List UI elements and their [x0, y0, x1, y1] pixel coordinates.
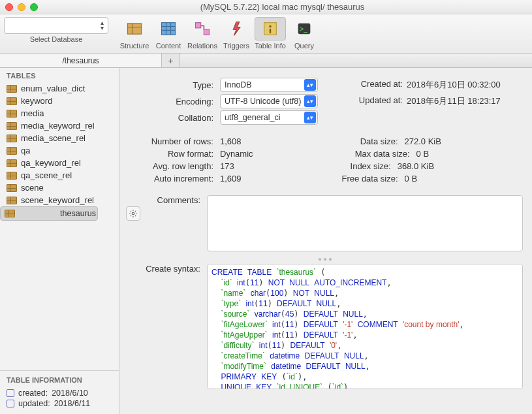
freedata-value: 0 B [405, 174, 418, 183]
relations-icon [193, 20, 211, 38]
close-window-button[interactable] [5, 3, 13, 11]
table-name: scene [21, 183, 44, 193]
relations-button[interactable] [187, 17, 218, 40]
query-icon: >_ [295, 20, 313, 38]
content-button[interactable] [153, 17, 184, 40]
database-popup[interactable]: ▴▾ [4, 17, 108, 34]
table-info-label: Table Info [255, 42, 286, 50]
table-row-qa_scene_rel[interactable]: qa_scene_rel [0, 169, 119, 182]
freedata-label: Free data size: [242, 174, 405, 183]
svg-rect-0 [128, 24, 142, 34]
query-label: Query [294, 42, 314, 50]
table-row-media_keyword_rel[interactable]: media_keyword_rel [0, 119, 119, 132]
comments-label: Comments: [129, 195, 207, 251]
gear-button[interactable] [126, 206, 140, 221]
table-icon [7, 97, 17, 105]
table-name: media_keyword_rel [21, 121, 95, 131]
database-popup-label: Select Database [30, 35, 83, 43]
table-name: thesaurus [60, 209, 96, 218]
svg-rect-13 [270, 29, 271, 33]
table-row-media_scene_rel[interactable]: media_scene_rel [0, 132, 119, 144]
table-row-scene_keyword_rel[interactable]: scene_keyword_rel [0, 194, 119, 206]
structure-label: Structure [120, 42, 149, 50]
database-selector-group: ▴▾ Select Database [4, 17, 108, 43]
table-row-enum_value_dict[interactable]: enum_value_dict [0, 82, 119, 95]
table-icon [7, 122, 17, 130]
table-info-header: TABLE INFORMATION [7, 376, 112, 384]
tab-thesaurus[interactable]: /thesaurus [0, 54, 162, 67]
sidebar: TABLES enum_value_dictkeywordmediamedia_… [0, 68, 119, 414]
tab-bar: /thesaurus + [0, 54, 532, 68]
tables-list[interactable]: enum_value_dictkeywordmediamedia_keyword… [0, 82, 119, 370]
maxdata-label: Max data size: [253, 149, 416, 159]
table-row-qa_keyword_rel[interactable]: qa_keyword_rel [0, 157, 119, 169]
table-icon [7, 197, 17, 204]
chevron-updown-icon: ▴▾ [101, 20, 104, 31]
autoinc-label: Auto increment: [129, 174, 220, 183]
minimize-window-button[interactable] [18, 3, 25, 11]
created-at-label: Created at: [344, 79, 403, 91]
table-icon [7, 110, 17, 118]
collation-label: Collation: [129, 113, 220, 123]
table-icon [7, 85, 17, 93]
create-syntax-box[interactable]: CREATE TABLE `thesaurus` ( `id` int(11) … [207, 264, 523, 389]
table-info-button[interactable] [255, 17, 286, 40]
table-name: scene_keyword_rel [21, 195, 94, 205]
info-created-label: created: [18, 389, 48, 398]
encoding-select[interactable]: UTF-8 Unicode (utf8) ▴▾ [220, 94, 318, 108]
svg-point-12 [269, 25, 272, 28]
comments-textarea[interactable] [207, 195, 523, 251]
collation-value: utf8_general_ci [225, 113, 280, 122]
info-created-row: created: 2018/6/10 [7, 388, 112, 398]
type-value: InnoDB [225, 80, 252, 89]
create-syntax-label: Create syntax: [129, 264, 207, 389]
created-at-value: 2018年6月10日 00:32:00 [407, 79, 501, 91]
datasize-value: 272.0 KiB [405, 136, 441, 146]
svg-marker-10 [233, 22, 240, 36]
drag-handle-icon[interactable]: ●●● [129, 255, 523, 263]
autoinc-value: 1,609 [220, 174, 242, 183]
add-tab-button[interactable]: + [162, 54, 180, 67]
indexsize-label: Index size: [234, 161, 398, 171]
relations-label: Relations [187, 42, 217, 50]
table-row-scene[interactable]: scene [0, 182, 119, 194]
triggers-button[interactable] [221, 17, 252, 40]
table-icon [7, 159, 17, 167]
table-icon [7, 184, 17, 192]
format-value: Dynamic [220, 149, 253, 159]
window-titlebar: (MySQL 5.7.22) local mac mysql/ thesauru… [0, 0, 532, 14]
structure-button[interactable] [119, 17, 150, 40]
avglen-value: 173 [220, 161, 234, 171]
format-label: Row format: [129, 149, 220, 159]
indexsize-value: 368.0 KiB [398, 161, 434, 171]
datasize-label: Data size: [242, 136, 405, 146]
table-icon [7, 135, 17, 142]
content-icon [159, 20, 178, 38]
collation-select[interactable]: utf8_general_ci ▴▾ [220, 110, 318, 125]
info-updated-label: updated: [18, 399, 50, 408]
type-select[interactable]: InnoDB ▴▾ [220, 78, 318, 92]
table-row-thesaurus[interactable]: thesaurus [0, 206, 98, 221]
clock-icon [7, 400, 14, 407]
structure-icon [125, 20, 144, 38]
chevron-updown-icon: ▴▾ [304, 79, 316, 91]
table-icon [5, 210, 15, 217]
rows-value: 1,608 [220, 136, 242, 146]
query-button[interactable]: >_ [289, 17, 320, 40]
svg-text:>_: >_ [300, 25, 307, 33]
info-created-value: 2018/6/10 [52, 389, 88, 398]
table-name: media [21, 108, 44, 118]
content-label: Content [156, 42, 181, 50]
chevron-updown-icon: ▴▾ [304, 95, 316, 107]
zoom-window-button[interactable] [30, 3, 38, 11]
table-name: media_scene_rel [21, 133, 86, 143]
table-row-media[interactable]: media [0, 107, 119, 119]
table-name: enum_value_dict [21, 84, 85, 93]
rows-label: Number of rows: [129, 136, 220, 146]
tab-label: /thesaurus [62, 56, 99, 65]
table-row-qa[interactable]: qa [0, 144, 119, 157]
svg-rect-8 [196, 23, 201, 28]
gear-icon [129, 209, 138, 218]
table-name: keyword [21, 96, 52, 106]
table-row-keyword[interactable]: keyword [0, 95, 119, 107]
